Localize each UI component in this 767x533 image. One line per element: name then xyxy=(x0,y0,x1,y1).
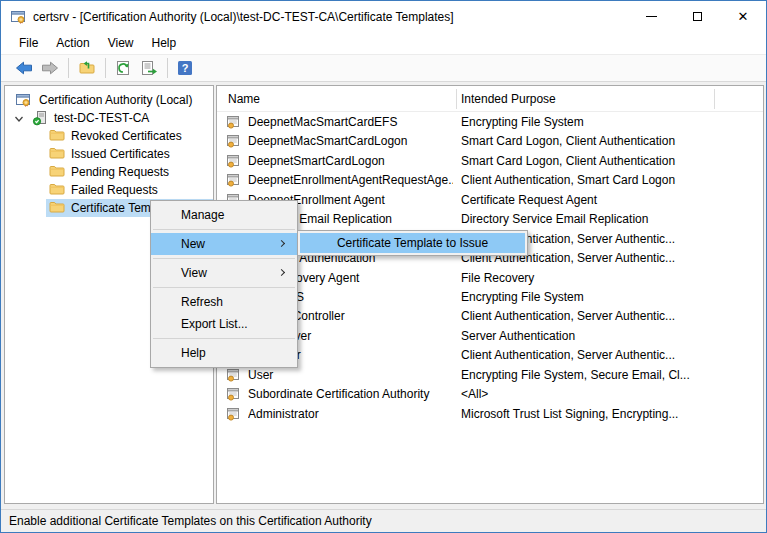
template-purpose: Smart Card Logon, Client Authentication xyxy=(461,134,716,148)
context-item-label: Manage xyxy=(181,208,224,222)
template-purpose: Directory Service Email Replication xyxy=(461,212,716,226)
template-purpose: File Recovery xyxy=(461,271,716,285)
template-name: Administrator xyxy=(248,407,453,421)
template-name: DeepnetMacSmartCardLogon xyxy=(248,134,453,148)
list-row-deepnetenrollment-agent[interactable]: DeepnetEnrollment AgentCertificate Reque… xyxy=(217,190,763,209)
folder-icon xyxy=(49,164,65,178)
list-row-basic-efs[interactable]: Basic EFSEncrypting File System xyxy=(217,287,763,306)
tree-item-label: Certification Authority (Local) xyxy=(39,93,192,107)
help-icon[interactable]: ? xyxy=(177,60,193,76)
context-item-label: New xyxy=(181,237,205,251)
column-divider[interactable] xyxy=(714,89,715,109)
column-header-intended-purpose[interactable]: Intended Purpose xyxy=(461,92,556,106)
menu-separator xyxy=(153,287,295,288)
context-item-export-list[interactable]: Export List... xyxy=(151,313,297,335)
console-tree: Certification Authority (Local) test-DC-… xyxy=(5,86,213,217)
template-purpose: Client Authentication, Server Authentic.… xyxy=(461,348,716,362)
context-item-label: Refresh xyxy=(181,295,223,309)
menu-bar: FileActionViewHelp xyxy=(1,32,766,54)
certification-authority-icon xyxy=(15,92,31,108)
template-purpose: Certificate Request Agent xyxy=(461,193,716,207)
certificate-template-icon xyxy=(226,407,240,421)
template-name: Subordinate Certification Authority xyxy=(248,387,453,401)
tree-item-issued-certificates[interactable]: Issued Certificates xyxy=(5,145,213,163)
results-pane: Name Intended Purpose DeepnetMacSmartCar… xyxy=(216,85,764,504)
menu-item-certificate-template-to-issue[interactable]: Certificate Template to Issue xyxy=(300,233,525,253)
context-item-label: Export List... xyxy=(181,317,248,331)
status-text: Enable additional Certificate Templates … xyxy=(9,514,372,528)
submenu-arrow-icon xyxy=(278,240,285,247)
context-item-view[interactable]: View xyxy=(151,262,297,284)
new-submenu: Certificate Template to Issue xyxy=(297,230,528,256)
certificate-template-icon xyxy=(226,134,240,148)
tree-item-pending-requests[interactable]: Pending Requests xyxy=(5,163,213,181)
menu-help[interactable]: Help xyxy=(143,33,186,53)
context-item-help[interactable]: Help xyxy=(151,342,297,364)
template-name: DeepnetEnrollmentAgentRequestAge... xyxy=(248,173,453,187)
window-title: certsrv - [Certification Authority (Loca… xyxy=(33,10,454,24)
toolbar-separator xyxy=(167,58,168,78)
context-menu: ManageNewViewRefreshExport List...Help xyxy=(150,200,298,368)
template-purpose: <All> xyxy=(461,387,716,401)
tree-item-label: Revoked Certificates xyxy=(71,129,182,143)
menu-action[interactable]: Action xyxy=(47,33,98,53)
list-row-subordinate-certification-authority[interactable]: Subordinate Certification Authority<All> xyxy=(217,384,763,403)
toolbar-separator xyxy=(68,58,69,78)
list-row-user[interactable]: UserEncrypting File System, Secure Email… xyxy=(217,365,763,384)
tree-item-label: test-DC-TEST-CA xyxy=(54,111,149,125)
status-bar: Enable additional Certificate Templates … xyxy=(1,509,766,532)
tree-item-ca-server[interactable]: test-DC-TEST-CA xyxy=(5,109,213,127)
context-item-manage[interactable]: Manage xyxy=(151,204,297,226)
tree-item-revoked-certificates[interactable]: Revoked Certificates xyxy=(5,127,213,145)
template-purpose: Client Authentication, Smart Card Logon xyxy=(461,173,716,187)
show-console-tree-icon[interactable] xyxy=(78,60,96,76)
chevron-down-icon[interactable] xyxy=(13,113,25,125)
submenu-arrow-icon xyxy=(278,269,285,276)
list-row-deepnetmacsmartcardefs[interactable]: DeepnetMacSmartCardEFSEncrypting File Sy… xyxy=(217,112,763,131)
maximize-button[interactable] xyxy=(674,1,720,32)
list-row-deepnetsmartcardlogon[interactable]: DeepnetSmartCardLogonSmart Card Logon, C… xyxy=(217,151,763,170)
list-row-efs-recovery-agent[interactable]: EFS Recovery AgentFile Recovery xyxy=(217,268,763,287)
column-divider[interactable] xyxy=(456,89,457,109)
list-row-deepnetenrollmentagentrequestage[interactable]: DeepnetEnrollmentAgentRequestAge...Clien… xyxy=(217,170,763,189)
certificate-template-icon xyxy=(226,173,240,187)
list-header: Name Intended Purpose xyxy=(217,86,763,112)
menu-file[interactable]: File xyxy=(10,33,47,53)
list-row-computer[interactable]: ComputerClient Authentication, Server Au… xyxy=(217,345,763,364)
menu-view[interactable]: View xyxy=(99,33,143,53)
export-list-icon[interactable] xyxy=(140,60,158,76)
context-item-label: Help xyxy=(181,346,206,360)
column-header-name[interactable]: Name xyxy=(228,92,260,106)
forward-icon[interactable] xyxy=(41,60,59,76)
tree-item-label: Pending Requests xyxy=(71,165,169,179)
list-row-directory-email-replication[interactable]: Directory Email ReplicationDirectory Ser… xyxy=(217,209,763,228)
svg-text:?: ? xyxy=(182,62,189,74)
certificate-template-icon xyxy=(226,154,240,168)
menu-separator xyxy=(153,229,295,230)
template-name: DeepnetSmartCardLogon xyxy=(248,154,453,168)
template-purpose: Encrypting File System xyxy=(461,290,716,304)
list-row-deepnetmacsmartcardlogon[interactable]: DeepnetMacSmartCardLogonSmart Card Logon… xyxy=(217,131,763,150)
tree-item-certification-authority-local[interactable]: Certification Authority (Local) xyxy=(5,91,213,109)
context-item-refresh[interactable]: Refresh xyxy=(151,291,297,313)
back-icon[interactable] xyxy=(15,60,33,76)
list-row-web-server[interactable]: Web ServerServer Authentication xyxy=(217,326,763,345)
list-row-administrator[interactable]: AdministratorMicrosoft Trust List Signin… xyxy=(217,404,763,423)
context-item-new[interactable]: New xyxy=(151,233,297,255)
template-name: User xyxy=(248,368,453,382)
certificate-template-icon xyxy=(226,368,240,382)
template-purpose: Encrypting File System, Secure Email, Cl… xyxy=(461,368,716,382)
menu-separator xyxy=(153,258,295,259)
list-row-domain-controller[interactable]: Domain ControllerClient Authentication, … xyxy=(217,306,763,325)
refresh-icon[interactable] xyxy=(115,60,132,76)
template-list: DeepnetMacSmartCardEFSEncrypting File Sy… xyxy=(217,112,763,423)
close-icon: ✕ xyxy=(738,10,749,23)
minimize-button[interactable] xyxy=(628,1,674,32)
template-purpose: Server Authentication xyxy=(461,329,716,343)
folder-icon xyxy=(49,200,65,214)
toolbar-separator xyxy=(105,58,106,78)
template-purpose: Microsoft Trust List Signing, Encrypting… xyxy=(461,407,716,421)
content-area: Certification Authority (Local) test-DC-… xyxy=(1,82,766,509)
tree-item-failed-requests[interactable]: Failed Requests xyxy=(5,181,213,199)
close-button[interactable]: ✕ xyxy=(720,1,766,32)
